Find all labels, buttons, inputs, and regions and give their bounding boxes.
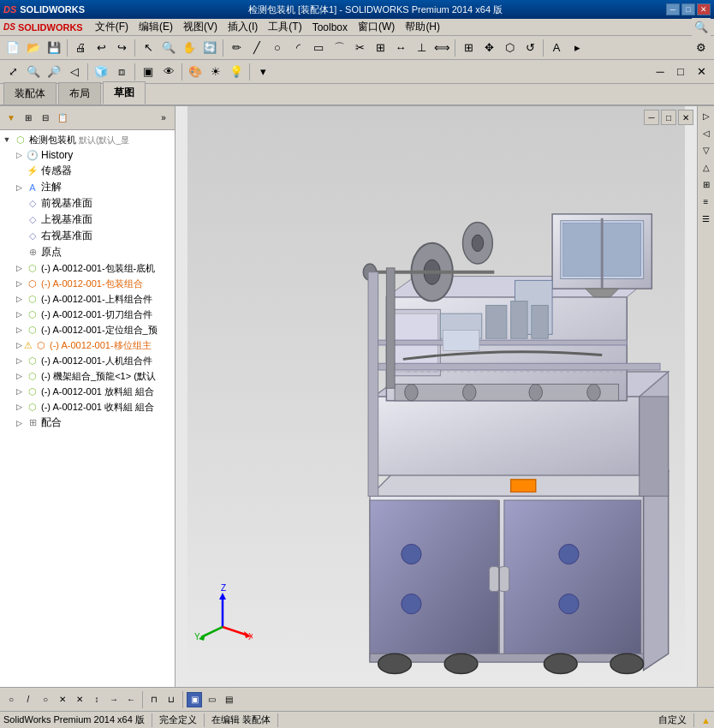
tree-item-part9[interactable]: ▷ ⬡ (-) A-0012-001 放料組 組合	[12, 384, 175, 399]
tab-layout[interactable]: 布局	[58, 82, 101, 104]
vp-min[interactable]: ─	[651, 63, 669, 81]
rel-btn[interactable]: ⊥	[412, 39, 431, 57]
text-btn[interactable]: A	[547, 39, 566, 57]
bt-sq1[interactable]: ⊓	[146, 692, 162, 707]
bt-sq2[interactable]: ⊔	[164, 692, 179, 707]
save-button[interactable]: 💾	[45, 39, 63, 57]
tree-item-mate[interactable]: ▷ ⊞ 配合	[12, 415, 175, 431]
close-button[interactable]: ✕	[697, 3, 711, 15]
prev-view[interactable]: ◁	[65, 63, 84, 81]
tree-item-part10[interactable]: ▷ ⬡ (-) A-0012-001 收料組 組合	[12, 399, 175, 415]
rp-btn-1[interactable]: ▷	[699, 108, 714, 123]
part5-expand[interactable]: ▷	[14, 325, 24, 335]
new-button[interactable]: 📄	[3, 39, 22, 57]
fillet-btn[interactable]: ⌒	[330, 39, 348, 57]
rotate2-btn[interactable]: ↺	[521, 39, 539, 57]
rp-btn-2[interactable]: ◁	[699, 125, 714, 140]
tree-item-history[interactable]: ▷ 🕐 History	[12, 147, 175, 163]
pattern-btn[interactable]: ⊞	[459, 39, 478, 57]
bt-line[interactable]: /	[21, 692, 36, 707]
rp-btn-3[interactable]: ▽	[699, 142, 714, 158]
tree-item-top-plane[interactable]: ◇ 上视基准面	[12, 212, 175, 228]
tree-item-part8[interactable]: ▷ ⬡ (-) 機架組合_预龍<1> (默认	[12, 368, 175, 384]
sidebar-expand[interactable]: ⊞	[21, 110, 36, 126]
rotate-button[interactable]: 🔄	[200, 39, 219, 57]
rp-btn-4[interactable]: △	[699, 159, 714, 175]
tree-item-part5[interactable]: ▷ ⬡ (-) A-0012-001-定位组合_预	[12, 322, 175, 337]
bt-rect2[interactable]: ▭	[204, 692, 219, 707]
rp-btn-6[interactable]: ≡	[699, 194, 714, 209]
more-btn[interactable]: ▸	[568, 39, 586, 57]
viewport[interactable]: Z X Y ─ □ ✕	[176, 106, 697, 687]
dim-btn[interactable]: ↔	[391, 39, 410, 57]
tree-item-front-plane[interactable]: ◇ 前视基准面	[12, 195, 175, 212]
view-orient[interactable]: 🧊	[92, 63, 110, 81]
part2-expand[interactable]: ▷	[14, 278, 24, 289]
tree-item-annotation[interactable]: ▷ A 注解	[12, 179, 175, 195]
part8-expand[interactable]: ▷	[14, 371, 24, 381]
copy-btn[interactable]: ⬡	[500, 39, 519, 57]
root-expand[interactable]: ▼	[2, 134, 12, 145]
search-icon[interactable]: 🔍	[692, 18, 711, 37]
scene-btn[interactable]: ☀	[206, 63, 225, 81]
tree-item-part4[interactable]: ▷ ⬡ (-) A-0012-001-切刀组合件	[12, 307, 175, 322]
tab-sketch[interactable]: 草图	[103, 81, 146, 104]
bt-left[interactable]: ←	[123, 692, 139, 707]
menu-insert[interactable]: 插入(I)	[223, 18, 263, 36]
print-button[interactable]: 🖨	[71, 39, 90, 57]
bt-circle[interactable]: ○	[3, 692, 19, 707]
bt-rect3[interactable]: ▤	[221, 692, 236, 707]
bt-x2[interactable]: ✕	[72, 692, 87, 707]
circle-btn[interactable]: ○	[268, 39, 287, 57]
vp-corner-close[interactable]: ✕	[678, 110, 693, 125]
tab-assembly[interactable]: 装配体	[3, 82, 57, 104]
zoom-in[interactable]: 🔍	[24, 63, 43, 81]
rp-btn-7[interactable]: ☰	[699, 211, 714, 226]
options-btn[interactable]: ⚙	[692, 39, 711, 57]
vp-close[interactable]: ✕	[692, 63, 711, 81]
menu-tools[interactable]: 工具(T)	[263, 18, 306, 36]
offset-btn[interactable]: ⊞	[371, 39, 390, 57]
arc-btn[interactable]: ◜	[289, 39, 307, 57]
tree-item-part7[interactable]: ▷ ⬡ (-) A-0012-001-人机组合件	[12, 353, 175, 368]
restore-button[interactable]: □	[681, 3, 695, 15]
tree-item-origin[interactable]: ⊕ 原点	[12, 244, 175, 260]
menu-edit[interactable]: 编辑(E)	[134, 18, 178, 36]
bt-circle2[interactable]: ○	[38, 692, 53, 707]
zoom-to-fit[interactable]: ⤢	[3, 63, 22, 81]
tree-item-part1[interactable]: ▷ ⬡ (-) A-0012-001-包装组-底机	[12, 260, 175, 276]
mirror-btn[interactable]: ⟺	[432, 39, 451, 57]
bt-rect-active[interactable]: ▣	[187, 692, 202, 707]
redo-button[interactable]: ↪	[112, 39, 131, 57]
history-expand[interactable]: ▷	[14, 150, 24, 160]
bt-right[interactable]: →	[106, 692, 122, 707]
rect-btn[interactable]: ▭	[309, 39, 328, 57]
zoom-area[interactable]: 🔎	[45, 63, 63, 81]
zoom-button[interactable]: 🔍	[159, 39, 178, 57]
part9-expand[interactable]: ▷	[14, 386, 24, 397]
sidebar-config[interactable]: 📋	[55, 110, 70, 126]
tree-root[interactable]: ▼ ⬡ 检测包装机 默认(默认_显	[0, 132, 175, 147]
tree-item-part2[interactable]: ▷ ⬡ (-) A-0012-001-包装组合	[12, 276, 175, 291]
bt-x1[interactable]: ✕	[55, 692, 70, 707]
tree-item-sensor[interactable]: ⚡ 传感器	[12, 163, 175, 179]
light-btn[interactable]: 💡	[227, 63, 246, 81]
bt-arrow[interactable]: ↕	[89, 692, 104, 707]
part7-expand[interactable]: ▷	[14, 355, 24, 366]
display-style[interactable]: ▣	[139, 63, 158, 81]
mate-expand[interactable]: ▷	[14, 418, 24, 428]
menu-file[interactable]: 文件(F)	[90, 18, 134, 36]
vp-corner-max[interactable]: □	[661, 110, 676, 125]
part4-expand[interactable]: ▷	[14, 309, 24, 319]
sketch-btn[interactable]: ✏	[227, 39, 246, 57]
undo-button[interactable]: ↩	[92, 39, 110, 57]
vp-corner-min[interactable]: ─	[644, 110, 659, 125]
trim-btn[interactable]: ✂	[350, 39, 369, 57]
open-button[interactable]: 📂	[24, 39, 43, 57]
tree-item-right-plane[interactable]: ◇ 右视基准面	[12, 228, 175, 244]
select-button[interactable]: ↖	[139, 39, 158, 57]
annotation-expand[interactable]: ▷	[14, 182, 24, 193]
menu-view[interactable]: 视图(V)	[178, 18, 223, 36]
tree-item-part6[interactable]: ▷ ⚠ ⬡ (-) A-0012-001-移位组主	[12, 337, 175, 353]
view-more[interactable]: ▾	[253, 63, 272, 81]
